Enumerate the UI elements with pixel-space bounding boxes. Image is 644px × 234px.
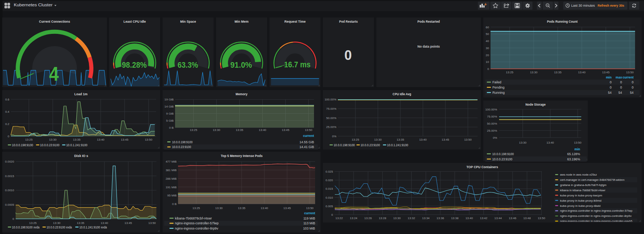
svg-text:13:25: 13:25 bbox=[193, 206, 200, 210]
svg-text:13:30: 13:30 bbox=[213, 128, 221, 132]
svg-text:13:35: 13:35 bbox=[77, 221, 85, 225]
svg-text:30: 30 bbox=[486, 47, 489, 50]
svg-text:63.3%: 63.3% bbox=[178, 60, 198, 70]
svg-text:0.025: 0.025 bbox=[326, 170, 333, 173]
svg-text:286 MiB: 286 MiB bbox=[166, 177, 177, 180]
svg-text:0.020: 0.020 bbox=[326, 179, 333, 182]
svg-text:381 MiB: 381 MiB bbox=[166, 169, 177, 172]
svg-text:0: 0 bbox=[13, 217, 15, 221]
svg-text:13:46: 13:46 bbox=[509, 217, 517, 220]
svg-text:13:22: 13:22 bbox=[335, 217, 343, 220]
svg-text:0%: 0% bbox=[493, 136, 497, 140]
svg-text:0.6: 0.6 bbox=[5, 98, 10, 101]
svg-text:13:25: 13:25 bbox=[25, 138, 33, 141]
svg-text:0: 0 bbox=[345, 48, 352, 63]
svg-text:13:45: 13:45 bbox=[282, 128, 290, 132]
svg-text:Node Storage: Node Storage bbox=[526, 103, 546, 106]
svg-text:40: 40 bbox=[486, 39, 489, 43]
svg-text:Top 5 Memory Intense Pods: Top 5 Memory Intense Pods bbox=[221, 154, 263, 158]
svg-text:25.00%: 25.00% bbox=[487, 129, 497, 132]
svg-text:Least CPU Idle: Least CPU Idle bbox=[123, 20, 146, 23]
svg-text:0: 0 bbox=[610, 80, 612, 84]
svg-text:nginx-ingress-controller in ng: nginx-ingress-controller in nginx-ingres… bbox=[560, 214, 632, 218]
svg-text:cert-manager in cert-manager-5: cert-manager in cert-manager-548476679f-… bbox=[560, 178, 625, 182]
svg-text:10.0.1.241:9100: 10.0.1.241:9100 bbox=[66, 143, 88, 147]
svg-text:CPU Idle Avg: CPU Idle Avg bbox=[393, 92, 411, 96]
svg-text:13:25: 13:25 bbox=[190, 128, 197, 132]
svg-text:50: 50 bbox=[486, 32, 489, 36]
svg-text:0.0010: 0.0010 bbox=[5, 189, 15, 192]
svg-text:Current Connections: Current Connections bbox=[39, 20, 70, 23]
svg-text:13:30: 13:30 bbox=[53, 221, 61, 225]
svg-text:Load 1m: Load 1m bbox=[74, 92, 88, 96]
svg-text:10.0.0.198:9100 xvda: 10.0.0.198:9100 xvda bbox=[12, 225, 39, 229]
svg-text:0.0020: 0.0020 bbox=[5, 160, 15, 163]
svg-text:13:36: 13:36 bbox=[437, 217, 444, 220]
svg-text:100.00%: 100.00% bbox=[485, 108, 497, 111]
svg-text:0: 0 bbox=[632, 80, 634, 84]
svg-text:60: 60 bbox=[486, 26, 489, 29]
svg-text:10.0.0.198:9100: 10.0.0.198:9100 bbox=[12, 143, 33, 147]
svg-text:0: 0 bbox=[610, 86, 612, 89]
svg-text:0.2: 0.2 bbox=[5, 122, 10, 126]
svg-text:4: 4 bbox=[49, 63, 59, 85]
svg-text:Request Time: Request Time bbox=[285, 20, 306, 23]
svg-text:13:50: 13:50 bbox=[464, 138, 472, 141]
svg-text:13:35: 13:35 bbox=[236, 128, 244, 132]
svg-text:75.00%: 75.00% bbox=[487, 115, 497, 118]
svg-text:13:30: 13:30 bbox=[374, 138, 382, 141]
svg-text:current: current bbox=[622, 76, 634, 79]
svg-text:13:35: 13:35 bbox=[397, 138, 405, 141]
svg-text:65.128%: 65.128% bbox=[567, 152, 580, 156]
svg-text:Pods Running Count: Pods Running Count bbox=[547, 20, 577, 23]
svg-text:13:40: 13:40 bbox=[259, 128, 267, 132]
svg-text:0.0005: 0.0005 bbox=[5, 203, 15, 206]
svg-text:Pods Restarted: Pods Restarted bbox=[418, 20, 440, 23]
svg-text:119 MiB: 119 MiB bbox=[303, 217, 315, 220]
svg-text:0: 0 bbox=[8, 135, 10, 138]
svg-text:13:25: 13:25 bbox=[506, 71, 514, 74]
svg-text:kibana-7b66878cbf-r4swr: kibana-7b66878cbf-r4swr bbox=[175, 217, 212, 220]
svg-text:13:45: 13:45 bbox=[124, 221, 132, 225]
svg-text:14 GiB: 14 GiB bbox=[165, 105, 174, 108]
svg-text:13:45: 13:45 bbox=[121, 138, 129, 141]
svg-text:13:30: 13:30 bbox=[215, 206, 223, 210]
svg-text:98.28%: 98.28% bbox=[122, 60, 147, 70]
svg-text:13:48: 13:48 bbox=[523, 217, 531, 220]
svg-text:0.0015: 0.0015 bbox=[5, 174, 15, 178]
svg-text:0 B: 0 B bbox=[172, 202, 177, 206]
svg-text:13:30: 13:30 bbox=[393, 217, 401, 220]
svg-text:13:35: 13:35 bbox=[554, 71, 562, 74]
svg-text:13:24: 13:24 bbox=[350, 217, 358, 220]
svg-text:13:34: 13:34 bbox=[422, 217, 430, 220]
svg-text:13:50: 13:50 bbox=[574, 141, 582, 144]
svg-text:103 MiB: 103 MiB bbox=[303, 227, 315, 230]
svg-text:13:40: 13:40 bbox=[466, 217, 473, 220]
svg-text:0.4: 0.4 bbox=[5, 110, 10, 113]
svg-text:kube-proxy in kube-proxy-t8wkl: kube-proxy in kube-proxy-t8wkl bbox=[560, 204, 601, 208]
svg-text:Pod Restarts: Pod Restarts bbox=[339, 20, 358, 23]
svg-text:13:35: 13:35 bbox=[238, 206, 246, 210]
svg-text:13:45: 13:45 bbox=[283, 206, 291, 210]
svg-text:13:40: 13:40 bbox=[419, 138, 427, 141]
svg-text:aws-node in aws-node-x25sz: aws-node in aws-node-x25sz bbox=[560, 173, 597, 176]
svg-text:0.010: 0.010 bbox=[326, 196, 333, 199]
svg-text:14.55 GiB: 14.55 GiB bbox=[299, 140, 314, 144]
svg-text:current: current bbox=[304, 211, 315, 215]
svg-text:13:50: 13:50 bbox=[145, 138, 153, 141]
svg-text:13:40: 13:40 bbox=[261, 206, 269, 210]
svg-text:20: 20 bbox=[486, 54, 489, 57]
svg-text:kube-proxy in kube-proxy-lk9md: kube-proxy in kube-proxy-lk9md bbox=[560, 199, 602, 202]
svg-text:10.0.0.198:9100: 10.0.0.198:9100 bbox=[334, 143, 355, 147]
svg-text:19 GiB: 19 GiB bbox=[165, 98, 174, 101]
svg-text:95 MiB: 95 MiB bbox=[167, 194, 177, 197]
svg-text:0%: 0% bbox=[332, 135, 336, 138]
svg-text:Failed: Failed bbox=[492, 80, 501, 84]
svg-text:13:50: 13:50 bbox=[148, 221, 156, 225]
svg-text:10.0.1.241:9100: 10.0.1.241:9100 bbox=[387, 143, 408, 147]
svg-text:+: + bbox=[484, 2, 487, 7]
svg-text:0: 0 bbox=[488, 67, 489, 71]
svg-text:13:28: 13:28 bbox=[379, 217, 387, 220]
svg-text:14.41 GiB: 14.41 GiB bbox=[299, 145, 314, 149]
svg-text:13:35: 13:35 bbox=[73, 138, 81, 141]
